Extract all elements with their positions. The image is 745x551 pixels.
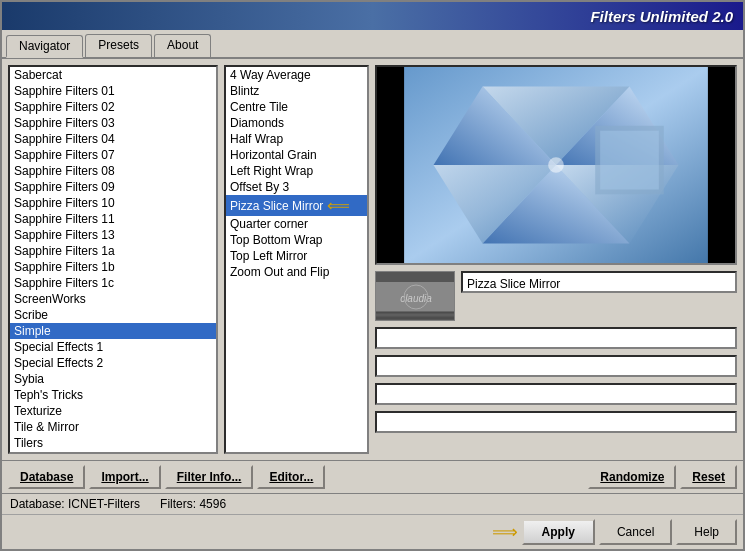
bottom-toolbar: Database Import... Filter Info... Editor… (2, 460, 743, 493)
apply-arrow-icon: ⟹ (492, 521, 518, 543)
arrow-icon: ⟸ (327, 196, 350, 215)
filter-name-display: Pizza Slice Mirror (461, 271, 737, 293)
reset-button[interactable]: Reset (680, 465, 737, 489)
filter-info-row: claudia Pizza Slice Mirror (375, 271, 737, 321)
list-item[interactable]: Sabercat (10, 67, 216, 83)
list-item[interactable]: Sapphire Filters 11 (10, 211, 216, 227)
preview-area (375, 65, 737, 265)
list-item-simple[interactable]: Simple (10, 323, 216, 339)
main-window: Filters Unlimited 2.0 Navigator Presets … (0, 0, 745, 551)
middle-section: 4 Way Average Blintz Centre Tile Diamond… (224, 65, 369, 454)
preview-svg (377, 67, 735, 263)
middle-list-item[interactable]: Centre Tile (226, 99, 367, 115)
filter-row-1 (375, 327, 737, 349)
list-item[interactable]: Toadies (10, 451, 216, 454)
list-item[interactable]: Tile & Mirror (10, 419, 216, 435)
action-buttons: ⟹ Apply Cancel Help (492, 519, 737, 545)
randomize-button[interactable]: Randomize (588, 465, 676, 489)
middle-list-item[interactable]: Top Bottom Wrap (226, 232, 367, 248)
middle-list-item[interactable]: Offset By 3 (226, 179, 367, 195)
list-item[interactable]: Sapphire Filters 1a (10, 243, 216, 259)
middle-list-item[interactable]: 4 Way Average (226, 67, 367, 83)
right-section: claudia Pizza Slice Mirror (375, 65, 737, 454)
middle-list-item[interactable]: Zoom Out and Flip (226, 264, 367, 280)
list-item[interactable]: Sapphire Filters 1b (10, 259, 216, 275)
list-item[interactable]: Texturize (10, 403, 216, 419)
left-section: Sabercat Sapphire Filters 01 Sapphire Fi… (8, 65, 218, 454)
filter-row-2 (375, 355, 737, 377)
tab-navigator[interactable]: Navigator (6, 35, 83, 58)
status-bar: Database: ICNET-Filters Filters: 4596 (2, 493, 743, 514)
list-item[interactable]: Sapphire Filters 13 (10, 227, 216, 243)
left-list-box[interactable]: Sabercat Sapphire Filters 01 Sapphire Fi… (8, 65, 218, 454)
list-item[interactable]: Special Effects 2 (10, 355, 216, 371)
middle-list-item[interactable]: Half Wrap (226, 131, 367, 147)
filter-row-3 (375, 383, 737, 405)
list-item[interactable]: Sapphire Filters 07 (10, 147, 216, 163)
list-item[interactable]: Sapphire Filters 09 (10, 179, 216, 195)
database-button[interactable]: Database (8, 465, 85, 489)
list-item[interactable]: Sapphire Filters 03 (10, 115, 216, 131)
filter-row-4 (375, 411, 737, 433)
list-item[interactable]: Sapphire Filters 04 (10, 131, 216, 147)
list-item[interactable]: Sapphire Filters 01 (10, 83, 216, 99)
middle-list-item[interactable]: Left Right Wrap (226, 163, 367, 179)
list-item[interactable]: Sapphire Filters 10 (10, 195, 216, 211)
middle-list-item[interactable]: Top Left Mirror (226, 248, 367, 264)
middle-list-item[interactable]: Diamonds (226, 115, 367, 131)
middle-list-item[interactable]: Horizontal Grain (226, 147, 367, 163)
tab-presets[interactable]: Presets (85, 34, 152, 57)
action-bar: ⟹ Apply Cancel Help (2, 514, 743, 549)
filter-info-button[interactable]: Filter Info... (165, 465, 254, 489)
middle-list-item[interactable]: Quarter corner (226, 216, 367, 232)
list-item[interactable]: Scribe (10, 307, 216, 323)
apply-button[interactable]: Apply (522, 519, 595, 545)
list-item[interactable]: Special Effects 1 (10, 339, 216, 355)
list-item[interactable]: Sapphire Filters 08 (10, 163, 216, 179)
list-item[interactable]: Teph's Tricks (10, 387, 216, 403)
help-button[interactable]: Help (676, 519, 737, 545)
svg-point-7 (548, 157, 564, 173)
middle-list-item-pizza[interactable]: Pizza Slice Mirror ⟸ (226, 195, 367, 216)
list-item[interactable]: Tilers (10, 435, 216, 451)
cancel-button[interactable]: Cancel (599, 519, 672, 545)
main-content: Sabercat Sapphire Filters 01 Sapphire Fi… (2, 59, 743, 460)
title-bar-text: Filters Unlimited 2.0 (590, 8, 733, 25)
filters-status: Filters: 4596 (160, 497, 226, 511)
tab-about[interactable]: About (154, 34, 211, 57)
title-bar: Filters Unlimited 2.0 (2, 2, 743, 30)
list-item[interactable]: Sapphire Filters 02 (10, 99, 216, 115)
middle-list-item[interactable]: Blintz (226, 83, 367, 99)
editor-button[interactable]: Editor... (257, 465, 325, 489)
list-item[interactable]: Sapphire Filters 1c (10, 275, 216, 291)
filter-thumbnail: claudia (375, 271, 455, 321)
apply-container: ⟹ Apply (492, 519, 595, 545)
panels-container: Sabercat Sapphire Filters 01 Sapphire Fi… (8, 65, 737, 454)
list-item[interactable]: ScreenWorks (10, 291, 216, 307)
tab-bar: Navigator Presets About (2, 30, 743, 59)
database-status: Database: ICNET-Filters (10, 497, 140, 511)
import-button[interactable]: Import... (89, 465, 160, 489)
middle-list-box[interactable]: 4 Way Average Blintz Centre Tile Diamond… (224, 65, 369, 454)
thumbnail-svg: claudia (376, 272, 455, 321)
list-item[interactable]: Sybia (10, 371, 216, 387)
svg-rect-9 (600, 131, 659, 190)
